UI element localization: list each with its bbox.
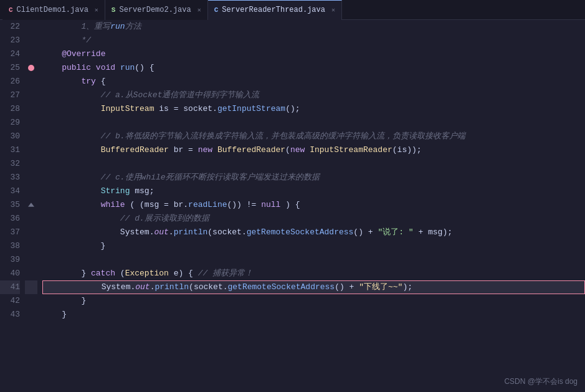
line-23: */ xyxy=(42,34,585,47)
gutter-icons xyxy=(25,20,37,392)
line-29 xyxy=(42,116,585,130)
line-41: System.out.println(socket.getRemoteSocke… xyxy=(42,280,585,294)
tab-server-label: ServerDemo2.java xyxy=(119,6,191,14)
tab-server-close[interactable]: ✕ xyxy=(197,6,201,14)
code-content[interactable]: 1、重写run方法 */ @Override public void run()… xyxy=(37,20,585,392)
tab-reader-label: ServerReaderThread.java xyxy=(222,6,325,14)
tab-reader-close[interactable]: ✕ xyxy=(331,6,335,14)
line-36: // d.展示读取到的数据 xyxy=(42,212,585,226)
line-42: } xyxy=(42,294,585,308)
line-34: String msg; xyxy=(42,184,585,198)
line-30: // b.将低级的字节输入流转换成字符输入流，并包装成高级的缓冲字符输入流，负责… xyxy=(42,130,585,143)
tab-client-label: ClientDemo1.java xyxy=(17,6,88,14)
breakpoint-icon[interactable] xyxy=(28,65,34,71)
tab-client[interactable]: C ClientDemo1.java ✕ xyxy=(2,0,105,20)
tab-client-close[interactable]: ✕ xyxy=(95,6,98,14)
line-35: while ( (msg = br.readLine()) != null ) … xyxy=(42,198,585,212)
line-32 xyxy=(42,157,585,171)
line-26: try { xyxy=(42,75,585,88)
tab-bar: C ClientDemo1.java ✕ S ServerDemo2.java … xyxy=(0,0,585,20)
watermark: CSDN @学不会is dog xyxy=(504,376,578,387)
server-icon: S xyxy=(112,6,116,14)
line-38: } xyxy=(42,239,585,253)
line-22: 1、重写run方法 xyxy=(42,20,585,34)
line-33: // c.使用while死循环不断按行读取客户端发送过来的数据 xyxy=(42,171,585,184)
reader-icon: C xyxy=(214,6,219,14)
bookmark-icon[interactable] xyxy=(28,203,34,206)
line-43: } xyxy=(42,308,585,322)
line-numbers: 22 23 24 25 26 27 28 29 30 31 32 33 34 3… xyxy=(0,20,25,392)
client-icon: C xyxy=(9,6,13,14)
line-27: // a.从Socket通信管道中得到字节输入流 xyxy=(42,88,585,102)
tab-reader[interactable]: C ServerReaderThread.java ✕ xyxy=(208,0,342,20)
line-25: public void run() { xyxy=(42,61,585,75)
tab-server[interactable]: S ServerDemo2.java ✕ xyxy=(105,0,208,20)
line-28: InputStream is = socket.getInputStream()… xyxy=(42,102,585,116)
line-31: BufferedReader br = new BufferedReader(n… xyxy=(42,143,585,157)
line-37: System.out.println(socket.getRemoteSocke… xyxy=(42,226,585,239)
line-24: @Override xyxy=(42,47,585,61)
editor-area: 22 23 24 25 26 27 28 29 30 31 32 33 34 3… xyxy=(0,20,585,392)
line-39 xyxy=(42,253,585,267)
line-40: } catch (Exception e) { // 捕获异常！ xyxy=(42,267,585,280)
